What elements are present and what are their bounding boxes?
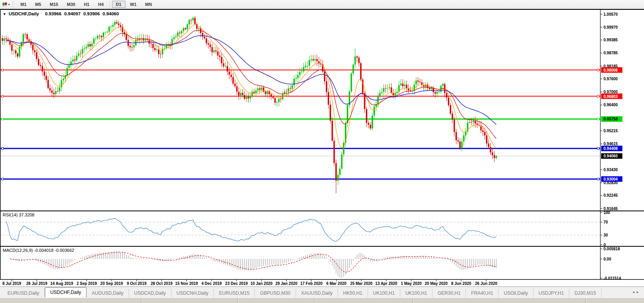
svg-text:4 Dec 2019: 4 Dec 2019 [201,281,222,286]
svg-text:0.00: 0.00 [604,257,611,261]
svg-text:0.98008: 0.98008 [604,68,618,72]
tab-ger30-h1[interactable]: GER30,H1 [432,289,466,297]
svg-text:0.97000: 0.97000 [604,90,618,94]
svg-text:0.95215: 0.95215 [604,129,618,133]
status-segment [315,298,413,303]
toolbar-separator [110,1,110,7]
tab-eurusd-m15[interactable]: EURUSD,M15 [214,289,255,297]
svg-text:0.98785: 0.98785 [604,51,618,55]
tab-hk50-h1[interactable]: HK50,H1 [338,289,368,297]
svg-text:0.92245: 0.92245 [604,193,618,198]
svg-text:0.96400: 0.96400 [604,103,618,107]
chart-tab-bar: EURUSD,DailyUSDCHF,DailyAUDUSD,DailyUSDC… [0,286,644,297]
svg-text:14 Aug 2019: 14 Aug 2019 [50,281,73,286]
status-segment [586,298,644,303]
price-chart-canvas[interactable]: 1.005700.999700.993850.987850.981850.976… [0,9,644,286]
tab-gbpusd-m30[interactable]: GBPUSD,M30 [255,289,296,297]
tab-usdjpy-h1[interactable]: USDJPY,H1 [534,289,569,297]
svg-text:0.96803: 0.96803 [604,94,618,99]
svg-text:0.99970: 0.99970 [604,25,618,30]
tab-uk100-h1[interactable]: UK100,H1 [400,289,432,297]
chart-symbol-title: USDCHF,Daily [9,11,39,16]
timeframe-button-m30[interactable]: M30 [63,1,79,8]
macd-signal-value: -0.003662 [55,248,74,253]
timeframe-button-d1[interactable]: D1 [112,1,125,8]
svg-text:70: 70 [604,220,608,224]
status-segment [413,298,586,303]
svg-text:17 Feb 2020: 17 Feb 2020 [300,281,323,286]
candlestick-chart-icon [2,2,7,7]
macd-name: MACD(12,26,9) [3,248,33,253]
rsi-label: RSI(14) 37.3208 [3,212,35,217]
svg-text:20 May 2020: 20 May 2020 [425,281,448,286]
svg-text:1 May 2020: 1 May 2020 [401,281,422,286]
svg-text:6 Mar 2020: 6 Mar 2020 [326,281,347,286]
tab-uk100-h1[interactable]: UK100,H1 [368,289,400,297]
svg-text:29 Jan 2020: 29 Jan 2020 [275,281,298,286]
tab-xauusd-daily[interactable]: XAUUSD,Daily [296,289,338,297]
ohlc-open: 0.93966 [45,11,61,16]
svg-text:15 Nov 2019: 15 Nov 2019 [175,281,198,286]
tab-dj30-m15[interactable]: DJ30,M15 [569,289,602,297]
status-segment [0,298,142,303]
svg-text:0.005818: 0.005818 [604,247,620,251]
chart-header: ▼USDCHF,Daily 0.93966 0.94097 0.93906 0.… [3,11,120,16]
svg-text:1.00570: 1.00570 [604,12,618,17]
svg-text:9 Oct 2019: 9 Oct 2019 [127,281,146,286]
tab-fra40-h1[interactable]: FRA40,H1 [466,289,499,297]
svg-text:0.94408: 0.94408 [604,146,618,151]
timeframe-button-m15[interactable]: M15 [46,1,62,8]
status-bar [0,297,644,303]
chart-window: 1.005700.999700.993850.987850.981850.976… [0,9,644,286]
svg-text:0.99385: 0.99385 [604,38,618,42]
timeframe-button-m5[interactable]: M5 [31,1,45,8]
svg-text:10 Jan 2020: 10 Jan 2020 [250,281,273,286]
top-toolbar: ▾ M1M5M15M30H1H4D1W1MN [0,0,644,9]
timeframe-button-mn[interactable]: MN [141,1,156,8]
rsi-name: RSI(14) [3,212,18,217]
svg-text:28 Oct 2019: 28 Oct 2019 [151,281,173,286]
svg-text:8 Jun 2020: 8 Jun 2020 [451,281,471,286]
tab-usdcad-daily[interactable]: USDCAD,Daily [129,289,171,297]
status-segment [238,298,315,303]
svg-text:2 Sep 2019: 2 Sep 2019 [77,281,97,286]
timeframe-button-h4[interactable]: H4 [94,1,107,8]
svg-text:0.94615: 0.94615 [604,142,618,146]
timeframe-button-h1[interactable]: H1 [80,1,93,8]
timeframe-button-m1[interactable]: M1 [17,1,30,8]
svg-text:26 Jul 2019: 26 Jul 2019 [26,281,48,286]
svg-text:13 Apr 2020: 13 Apr 2020 [375,281,397,286]
tab-usdchf-daily[interactable]: USDCHF,Daily [45,287,87,297]
status-segment [142,298,238,303]
tab-audusd-daily[interactable]: AUDUSD,Daily [86,289,129,297]
svg-text:0.93004: 0.93004 [604,177,618,181]
tab-scroll-left-button[interactable]: ◂ [633,290,637,294]
tab-usdcnh-daily[interactable]: USDCNH,Daily [171,289,214,297]
chart-type-button[interactable]: ▾ [1,1,11,7]
rsi-current-value: 37.3208 [19,212,35,217]
chevron-down-icon: ▾ [8,3,10,6]
svg-text:0.93430: 0.93430 [604,168,618,172]
tab-scroll-arrows: ◂▸ [633,290,641,294]
timeframe-button-w1[interactable]: W1 [126,1,141,8]
svg-text:23 Dec 2019: 23 Dec 2019 [225,281,248,286]
collapse-triangle-icon[interactable]: ▼ [3,12,6,16]
tab-usoil-daily[interactable]: USOil,Daily [499,289,533,297]
toolbar-grip-handle[interactable] [12,1,15,7]
macd-label: MACD(12,26,9) -0.004018 -0.003662 [3,248,74,253]
tab-scroll-right-button[interactable]: ▸ [637,290,641,294]
svg-text:30: 30 [604,233,608,237]
ohlc-high: 0.94097 [64,11,81,16]
svg-text:8 Jul 2019: 8 Jul 2019 [2,281,21,286]
svg-text:25 Mar 2020: 25 Mar 2020 [350,281,373,286]
svg-text:26 Jun 2020: 26 Jun 2020 [475,281,497,286]
macd-main-value: -0.004018 [34,248,53,253]
ohlc-low: 0.93906 [83,11,100,16]
svg-text:0.95758: 0.95758 [604,117,618,121]
tab-eurusd-daily[interactable]: EURUSD,Daily [2,289,45,297]
svg-text:0.94060: 0.94060 [604,154,618,158]
ohlc-close: 0.94060 [103,11,119,16]
svg-text:20 Sep 2019: 20 Sep 2019 [100,281,123,286]
svg-text:0.97600: 0.97600 [604,77,618,81]
